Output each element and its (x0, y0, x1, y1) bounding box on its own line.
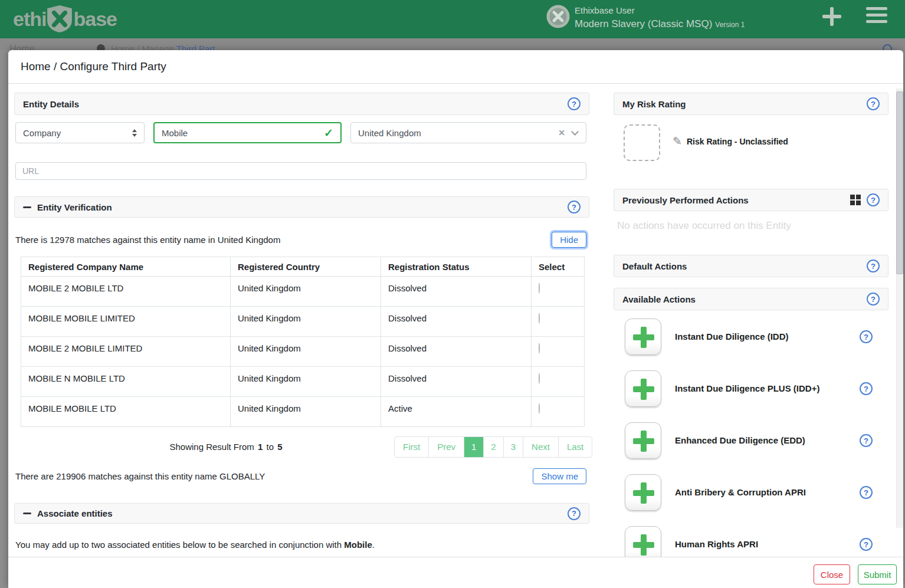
showing-prefix: Showing Result From (169, 442, 254, 452)
page-3[interactable]: 3 (504, 437, 523, 457)
ethixbase-logo: ethi base (13, 5, 117, 33)
edit-pencil-icon[interactable]: ✎ (673, 134, 682, 148)
logo-text-right: base (73, 8, 117, 31)
associate-entities-section-header: Associate entities ? (14, 503, 589, 524)
entity-verification-help-icon[interactable]: ? (568, 201, 581, 213)
cell-status: Dissolved (381, 367, 532, 397)
entity-type-value: Company (23, 128, 61, 138)
hide-button[interactable]: Hide (552, 232, 586, 248)
modal-footer: Close Submit (8, 557, 903, 588)
country-value: United Kingdom (358, 128, 421, 138)
my-risk-rating-section-header: My Risk Rating ? (614, 93, 888, 115)
entity-verification-section-header: Entity Verification ? (14, 196, 589, 218)
modal-breadcrumb-title: Home / Configure Third Party (8, 50, 903, 84)
col-header-status: Registration Status (381, 257, 532, 277)
add-action-abc-apri-button[interactable] (625, 474, 661, 511)
associate-entities-description: You may add up to two associated entitie… (15, 540, 375, 550)
col-header-select: Select (532, 257, 585, 277)
cell-status: Active (381, 397, 532, 427)
select-radio[interactable] (539, 343, 540, 354)
entity-name-field-wrap: ✓ (153, 122, 342, 143)
page-last[interactable]: Last (559, 437, 592, 457)
clear-country-icon[interactable]: ✕ (558, 128, 565, 137)
show-me-button[interactable]: Show me (533, 468, 586, 484)
user-info: Ethixbase User Modern Slavery (Classic M… (546, 5, 745, 32)
available-actions-help-icon[interactable]: ? (867, 293, 880, 306)
table-row: MOBILE N MOBILE LTD United Kingdom Disso… (21, 367, 585, 397)
user-avatar-badge-icon (546, 5, 570, 28)
cell-country: United Kingdom (231, 307, 381, 337)
background-bullet-icon (97, 44, 105, 50)
url-input[interactable] (15, 162, 586, 180)
chevron-down-icon (571, 128, 579, 136)
collapse-minus-icon[interactable] (23, 513, 31, 514)
previously-performed-actions-help-icon[interactable]: ? (867, 193, 880, 206)
associate-entities-help-icon[interactable]: ? (568, 507, 581, 520)
cell-status: Dissolved (381, 337, 532, 367)
page-prev[interactable]: Prev (429, 437, 464, 457)
entity-type-select[interactable]: Company (15, 122, 145, 143)
page-2[interactable]: 2 (484, 437, 503, 457)
cell-company-name: MOBILE N MOBILE LTD (21, 367, 231, 397)
cell-country: United Kingdom (231, 277, 381, 307)
add-action-edd-button[interactable] (625, 422, 661, 459)
pagination: First Prev 1 2 3 Next Last (394, 436, 592, 458)
action-idd-help-icon[interactable]: ? (860, 330, 873, 343)
table-row: MOBILE MOBILE LTD United Kingdom Active (21, 397, 585, 427)
page-1[interactable]: 1 (464, 437, 484, 457)
configure-third-party-modal: Home / Configure Third Party Entity Deta… (8, 50, 903, 588)
associate-desc-entity: Mobile (344, 540, 372, 550)
action-abc-apri-help-icon[interactable]: ? (860, 486, 873, 499)
entity-verification-title: Entity Verification (37, 202, 112, 212)
entity-details-title: Entity Details (23, 99, 79, 109)
valid-check-icon: ✓ (324, 126, 333, 140)
add-icon[interactable] (822, 7, 841, 26)
risk-rating-label: Risk Rating - Unclassified (687, 137, 788, 146)
global-matches-text: There are 219906 matches against this en… (15, 471, 265, 481)
user-name: Ethixbase User (575, 5, 745, 17)
entity-details-help-icon[interactable]: ? (568, 97, 581, 110)
table-row: MOBILE 2 MOBILE LIMITED United Kingdom D… (21, 337, 585, 367)
submit-button[interactable]: Submit (858, 564, 897, 584)
cell-status: Dissolved (381, 307, 532, 337)
select-radio[interactable] (539, 313, 540, 324)
add-action-idd-button[interactable] (625, 318, 661, 355)
select-radio[interactable] (539, 373, 540, 384)
background-breadcrumb: Home / Manage Third Part (111, 44, 215, 50)
action-idd-plus-help-icon[interactable]: ? (860, 382, 873, 395)
page-next[interactable]: Next (523, 437, 559, 457)
action-label-edd: Enhanced Due Diligence (EDD) (675, 435, 805, 445)
background-help-icon (883, 44, 892, 50)
country-select[interactable]: United Kingdom ✕ (350, 122, 586, 143)
background-breadcrumb-right: Third Part (176, 44, 215, 50)
my-risk-rating-help-icon[interactable]: ? (867, 97, 880, 110)
select-radio[interactable] (539, 282, 540, 294)
available-actions-title: Available Actions (622, 294, 696, 304)
scrollbar-thumb[interactable] (896, 91, 903, 274)
add-action-idd-plus-button[interactable] (625, 370, 661, 407)
close-button[interactable]: Close (814, 564, 850, 584)
hamburger-menu-icon[interactable] (866, 7, 887, 26)
select-radio[interactable] (539, 403, 540, 414)
no-actions-message: No actions have occurred on this Entity (617, 220, 791, 232)
grid-view-icon[interactable] (850, 195, 861, 205)
previously-performed-actions-title: Previously Performed Actions (622, 195, 749, 205)
uk-matches-text: There is 12978 matches against this enti… (15, 235, 280, 245)
action-edd-help-icon[interactable]: ? (860, 434, 873, 447)
action-label-human-rights: Human Rights APRI (675, 539, 758, 549)
cell-country: United Kingdom (231, 367, 381, 397)
app-root: ethi base Ethixbase User Modern Slavery … (0, 0, 905, 588)
risk-rating-placeholder-box (624, 124, 660, 161)
top-navbar: ethi base Ethixbase User Modern Slavery … (0, 0, 905, 38)
default-actions-help-icon[interactable]: ? (867, 259, 880, 272)
page-first[interactable]: First (395, 437, 429, 457)
entity-name-input[interactable] (162, 124, 303, 141)
table-row: MOBILE MOBILE LIMITED United Kingdom Dis… (21, 307, 585, 337)
action-human-rights-help-icon[interactable]: ? (860, 538, 873, 551)
select-updown-icon (132, 129, 137, 137)
associate-desc-suffix: . (372, 540, 375, 550)
showing-results-text: Showing Result From 1 to 5 (79, 436, 374, 458)
questionnaire-version: Version 1 (715, 21, 745, 29)
collapse-minus-icon[interactable] (23, 206, 31, 208)
default-actions-title: Default Actions (622, 261, 687, 271)
